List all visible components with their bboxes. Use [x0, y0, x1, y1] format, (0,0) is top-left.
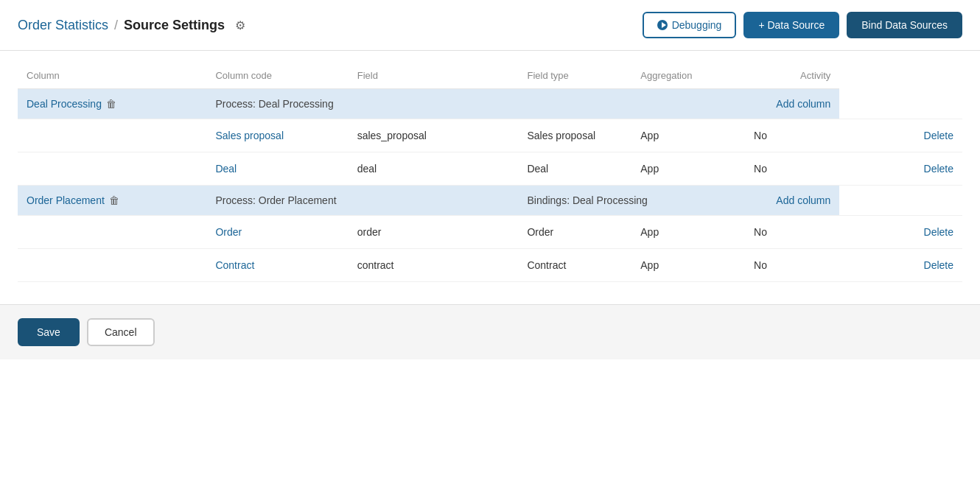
row-fieldtype-cell: App — [631, 119, 745, 152]
breadcrumb-separator: / — [114, 18, 118, 33]
table-wrapper: Column Column code Field Field type Aggr… — [18, 63, 962, 282]
row-code-cell: deal — [349, 152, 519, 186]
delete-link[interactable]: Delete — [924, 130, 953, 141]
col-header-column: Column — [18, 63, 206, 89]
field-link[interactable]: Sales proposal — [215, 130, 284, 141]
row-field-cell: Sales proposal — [518, 119, 631, 152]
col-header-field: Field — [349, 63, 519, 89]
group-process: Process: Deal Processing — [215, 98, 333, 110]
group-field-cell — [349, 186, 519, 216]
row-aggregation-cell: No — [745, 249, 839, 282]
delete-link[interactable]: Delete — [924, 259, 953, 271]
group-name-cell: Deal Processing 🗑 — [18, 89, 206, 119]
col-header-code: Column code — [206, 63, 348, 89]
row-fieldtype-cell: App — [631, 249, 745, 282]
delete-link[interactable]: Delete — [924, 226, 953, 238]
save-button[interactable]: Save — [18, 318, 80, 346]
group-name[interactable]: Order Placement 🗑 — [27, 194, 197, 206]
row-activity-cell: Delete — [839, 152, 962, 186]
row-fieldname-cell: Contract — [206, 249, 348, 282]
header-actions: Debugging + Data Source Bind Data Source… — [643, 12, 962, 38]
field-link[interactable]: Order — [215, 226, 242, 238]
row-code-cell: sales_proposal — [349, 119, 519, 152]
table-row: Order order Order App No Delete — [18, 216, 962, 249]
group-trash-icon[interactable]: 🗑 — [106, 98, 116, 110]
footer: Save Cancel — [0, 304, 980, 359]
bind-data-sources-button[interactable]: Bind Data Sources — [847, 12, 962, 38]
group-row: Order Placement 🗑 Process: Order Placeme… — [18, 186, 962, 216]
row-field-cell: Order — [518, 216, 631, 249]
row-fieldtype-cell: App — [631, 216, 745, 249]
group-row: Deal Processing 🗑 Process: Deal Processi… — [18, 89, 962, 119]
play-icon — [657, 20, 668, 30]
row-code-cell: contract — [349, 249, 519, 282]
row-activity-cell: Delete — [839, 249, 962, 282]
breadcrumb-app-link[interactable]: Order Statistics — [18, 18, 108, 33]
data-source-button[interactable]: + Data Source — [743, 12, 839, 38]
group-binding-cell: Bindings: Deal Processing — [518, 186, 745, 216]
row-activity-cell: Delete — [839, 216, 962, 249]
page-header: Order Statistics / Source Settings ⚙ Deb… — [0, 0, 980, 51]
table-row: Deal deal Deal App No Delete — [18, 152, 962, 186]
group-field-cell — [349, 89, 519, 119]
main-content: Column Column code Field Field type Aggr… — [0, 63, 980, 282]
table-header: Column Column code Field Field type Aggr… — [18, 63, 962, 89]
row-fieldname-cell: Order — [206, 216, 348, 249]
row-fieldtype-cell: App — [631, 152, 745, 186]
group-binding: Bindings: Deal Processing — [527, 194, 647, 206]
row-column-cell — [18, 216, 206, 249]
col-header-aggregation: Aggregation — [631, 63, 745, 89]
row-code-cell: order — [349, 216, 519, 249]
row-column-cell — [18, 152, 206, 186]
group-process: Process: Order Placement — [215, 194, 336, 206]
field-link[interactable]: Deal — [215, 163, 237, 175]
row-column-cell — [18, 119, 206, 152]
group-name[interactable]: Deal Processing 🗑 — [27, 98, 197, 110]
field-link[interactable]: Contract — [215, 259, 254, 271]
row-field-cell: Contract — [518, 249, 631, 282]
breadcrumb: Order Statistics / Source Settings ⚙ — [18, 18, 245, 33]
group-trash-icon[interactable]: 🗑 — [109, 194, 119, 206]
debugging-button[interactable]: Debugging — [643, 12, 737, 38]
gear-icon[interactable]: ⚙ — [235, 18, 245, 32]
data-table: Column Column code Field Field type Aggr… — [18, 63, 962, 282]
page-title: Source Settings — [124, 18, 225, 33]
add-column-link[interactable]: Add column — [776, 98, 830, 110]
table-body: Deal Processing 🗑 Process: Deal Processi… — [18, 89, 962, 282]
row-column-cell — [18, 249, 206, 282]
group-process-cell: Process: Deal Processing — [206, 89, 348, 119]
cancel-button[interactable]: Cancel — [87, 318, 155, 346]
row-fieldname-cell: Sales proposal — [206, 119, 348, 152]
table-row: Contract contract Contract App No Delete — [18, 249, 962, 282]
col-header-fieldtype: Field type — [518, 63, 631, 89]
table-row: Sales proposal sales_proposal Sales prop… — [18, 119, 962, 152]
row-aggregation-cell: No — [745, 216, 839, 249]
debugging-label: Debugging — [672, 19, 722, 31]
group-process-cell: Process: Order Placement — [206, 186, 348, 216]
row-fieldname-cell: Deal — [206, 152, 348, 186]
add-column-link[interactable]: Add column — [776, 194, 830, 206]
delete-link[interactable]: Delete — [924, 163, 953, 175]
row-activity-cell: Delete — [839, 119, 962, 152]
row-aggregation-cell: No — [745, 119, 839, 152]
group-binding-cell — [518, 89, 745, 119]
group-add-cell: Add column — [745, 186, 839, 216]
group-add-cell: Add column — [745, 89, 839, 119]
row-aggregation-cell: No — [745, 152, 839, 186]
row-field-cell: Deal — [518, 152, 631, 186]
group-name-cell: Order Placement 🗑 — [18, 186, 206, 216]
col-header-activity: Activity — [745, 63, 839, 89]
